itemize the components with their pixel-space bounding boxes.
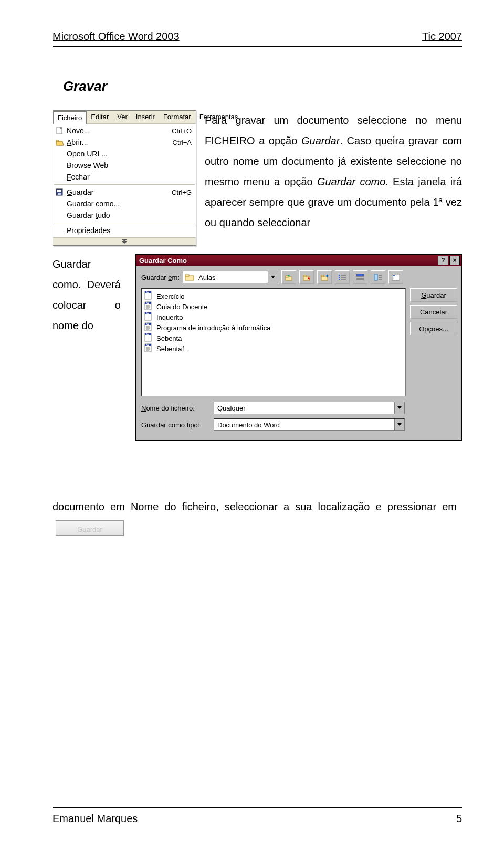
chevron-down-icon[interactable]	[394, 402, 404, 414]
svg-rect-51	[146, 305, 150, 306]
menu-item-shortcut: Ctrl+G	[162, 188, 192, 196]
file-name: Sebenta	[156, 334, 182, 342]
menu-item-guardar[interactable]: GuardarCtrl+G	[53, 186, 196, 198]
footer-author: Emanuel Marques	[52, 813, 138, 825]
filename-field[interactable]: Qualquer	[214, 402, 405, 414]
svg-rect-53	[146, 307, 150, 308]
svg-rect-22	[339, 275, 340, 276]
svg-marker-8	[122, 239, 127, 241]
svg-rect-45	[146, 296, 150, 296]
menubar: FicheiroEditarVerInserirFormatarFerramen…	[53, 111, 196, 124]
svg-rect-27	[341, 279, 346, 280]
menu-expand-chevron[interactable]	[53, 237, 196, 245]
svg-rect-40	[393, 279, 397, 279]
svg-rect-11	[185, 275, 189, 276]
dialog-help-button[interactable]: ?	[438, 256, 448, 265]
svg-rect-46	[146, 297, 150, 297]
menu-separator	[54, 223, 195, 223]
file-name: Inquerito	[156, 313, 183, 321]
menubar-item-ficheiro[interactable]: Ficheiro	[53, 111, 87, 124]
menubar-item-formatar[interactable]: Formatar	[159, 111, 195, 123]
svg-rect-65	[146, 326, 150, 327]
file-list[interactable]: WExercícioWGuia do DocenteWInqueritoWPro…	[141, 288, 406, 396]
menubar-item-ver[interactable]: Ver	[113, 111, 132, 123]
file-item[interactable]: WPrograma de introdução à informática	[144, 322, 403, 333]
menu-item-label: Browse Web	[67, 161, 108, 170]
up-one-level-button[interactable]	[281, 270, 296, 284]
file-item[interactable]: WExercício	[144, 291, 403, 301]
filetype-label: Guardar como tipo:	[141, 421, 211, 429]
filetype-combo[interactable]: Documento do Word	[214, 418, 405, 431]
svg-rect-82	[146, 350, 149, 351]
menubar-item-inserir[interactable]: Inserir	[132, 111, 159, 123]
svg-rect-17	[303, 275, 306, 277]
file-name: Sebenta1	[156, 345, 186, 353]
new-folder-button[interactable]: ✦	[317, 270, 332, 284]
word-doc-icon: W	[144, 312, 153, 323]
file-item[interactable]: WSebenta	[144, 333, 403, 343]
dialog-close-button[interactable]: ×	[449, 256, 460, 265]
paragraph-1-cont: Guardar como. Deverá colocar o nome do	[52, 254, 121, 336]
menu-item-fechar[interactable]: Fechar	[53, 171, 196, 183]
svg-rect-60	[146, 318, 150, 318]
file-name: Exercício	[156, 292, 184, 300]
svg-rect-66	[146, 327, 150, 328]
svg-rect-37	[393, 275, 395, 276]
chevron-down-icon[interactable]	[268, 271, 278, 283]
menu-item-abrir[interactable]: Abrir...Ctrl+A	[53, 136, 196, 148]
list-view-button[interactable]	[335, 270, 350, 284]
file-item[interactable]: WInquerito	[144, 312, 403, 322]
svg-rect-25	[341, 275, 346, 276]
look-in-favorites-button[interactable]: ★	[299, 270, 314, 284]
svg-rect-7	[58, 193, 61, 195]
word-doc-icon: W	[144, 322, 153, 333]
svg-text:W: W	[146, 343, 149, 346]
file-item[interactable]: WSebenta1	[144, 343, 403, 354]
menu-item-guardar-tudo[interactable]: Guardar tudo	[53, 209, 196, 221]
svg-rect-20	[321, 275, 324, 277]
svg-rect-67	[146, 328, 150, 329]
open-icon	[55, 138, 64, 146]
save-in-value: Aulas	[195, 274, 268, 281]
menu-item-browse-web[interactable]: Browse Web	[53, 160, 196, 171]
word-doc-icon: W	[144, 291, 153, 302]
menu-separator	[54, 184, 195, 185]
svg-text:★: ★	[307, 276, 311, 281]
menu-item-shortcut: Ctrl+A	[163, 139, 192, 146]
save-as-dialog: Guardar Como ? × Guardar em: Aulas	[135, 254, 462, 441]
svg-rect-38	[393, 277, 398, 277]
menu-item-propriedades[interactable]: Propriedades	[53, 225, 196, 236]
header-rule	[52, 46, 462, 47]
svg-text:W: W	[146, 333, 149, 336]
menu-item-open-url[interactable]: Open URL...	[53, 148, 196, 160]
details-view-button[interactable]	[353, 270, 368, 284]
commands-button[interactable]	[388, 270, 403, 284]
save-button[interactable]: Guardar	[410, 288, 457, 302]
menu-item-label: Guardar tudo	[67, 211, 110, 219]
svg-marker-84	[397, 423, 402, 426]
svg-rect-61	[146, 319, 149, 319]
file-item[interactable]: WGuia do Docente	[144, 301, 403, 312]
svg-rect-80	[146, 348, 150, 349]
new-icon	[55, 127, 64, 135]
menu-item-guardar-como[interactable]: Guardar como...	[53, 198, 196, 209]
svg-rect-75	[146, 340, 149, 340]
options-button[interactable]: Opções...	[410, 322, 457, 335]
svg-marker-4	[56, 142, 64, 145]
svg-rect-24	[339, 279, 340, 280]
chevron-down-icon[interactable]	[394, 419, 404, 430]
header-right: Tic 2007	[422, 30, 462, 43]
menubar-item-editar[interactable]: Editar	[87, 111, 113, 123]
menu-item-novo[interactable]: Novo...Ctrl+O	[53, 125, 196, 136]
footer-page-number: 5	[456, 813, 462, 825]
svg-rect-6	[57, 190, 61, 192]
svg-rect-54	[146, 308, 149, 309]
menu-item-label: Open URL...	[67, 150, 108, 158]
menu-item-label: Guardar	[67, 188, 93, 196]
save-in-combo[interactable]: Aulas	[183, 271, 278, 283]
cancel-button[interactable]: Cancelar	[410, 305, 457, 319]
dialog-title: Guardar Como	[139, 257, 187, 265]
properties-view-button[interactable]	[371, 270, 385, 284]
svg-rect-32	[374, 274, 377, 280]
svg-rect-58	[146, 316, 150, 316]
